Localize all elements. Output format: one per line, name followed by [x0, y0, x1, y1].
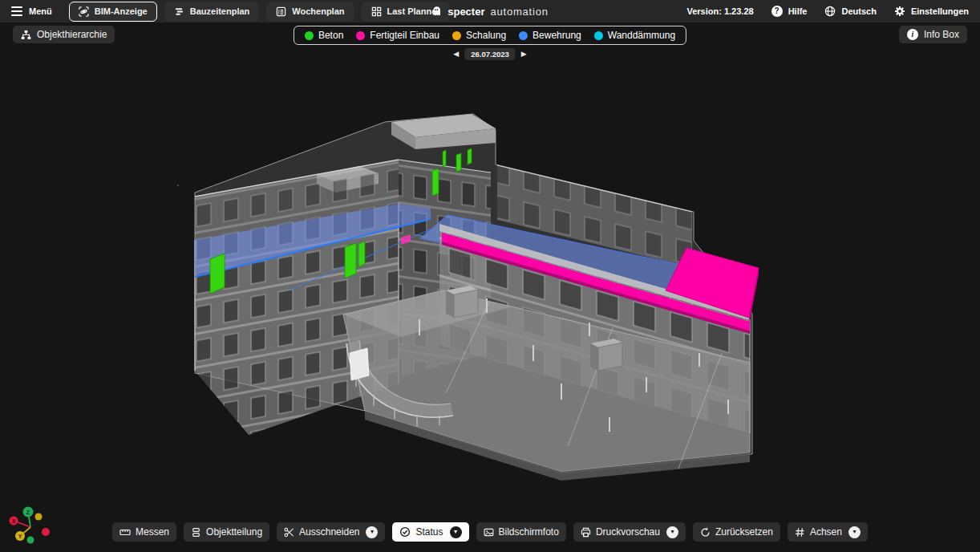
- axes-button[interactable]: Achsen ▾: [788, 522, 868, 542]
- tab-bim-anzeige[interactable]: BIM-Anzeige: [69, 2, 157, 22]
- legend-label: Beton: [318, 30, 343, 41]
- legend-dot-bewehrung: [519, 31, 528, 40]
- legend-label: Fertigteil Einbau: [370, 30, 439, 41]
- brand-name: specter: [447, 6, 484, 18]
- reset-icon: [700, 527, 711, 538]
- tab-label: Bauzeitenplan: [190, 6, 250, 16]
- reset-button[interactable]: Zurücksetzen: [693, 522, 780, 542]
- chevron-down-icon: ▾: [371, 529, 374, 535]
- ghost-icon: [431, 6, 442, 17]
- brand-suffix: automation: [490, 6, 548, 18]
- settings-label: Einstellungen: [911, 6, 969, 16]
- help-icon: ?: [771, 6, 783, 17]
- status-check-icon: [399, 526, 411, 538]
- gantt-icon: [174, 6, 184, 17]
- chevron-down-icon: ▾: [454, 529, 457, 535]
- legend-label: Bewehrung: [533, 30, 581, 41]
- date-prev-button[interactable]: ◀: [453, 51, 459, 58]
- current-date: 26.07.2023: [464, 48, 516, 60]
- object-hierarchy-button[interactable]: Objekthierarchie: [13, 26, 115, 43]
- object-split-icon: [191, 527, 201, 538]
- settings-button[interactable]: Einstellungen: [894, 6, 969, 17]
- tab-bauzeitenplan[interactable]: Bauzeitenplan: [164, 2, 260, 22]
- axes-dropdown-button[interactable]: ▾: [848, 526, 861, 538]
- status-legend: Beton Fertigteil Einbau Schalung Bewehru…: [294, 26, 686, 45]
- gizmo-z-label: Z: [26, 509, 30, 515]
- info-box-button[interactable]: i Info Box: [899, 26, 967, 43]
- bottom-toolbar: Messen Objektteilung Ausschneiden ▾ Stat…: [0, 522, 980, 542]
- object-split-label: Objektteilung: [206, 526, 262, 538]
- bim-building-model: [177, 114, 759, 481]
- cut-button[interactable]: Ausschneiden ▾: [277, 522, 385, 542]
- legend-label: Schalung: [466, 30, 506, 41]
- bim-model-viewport[interactable]: [0, 0, 980, 552]
- chevron-down-icon: ▾: [852, 529, 856, 535]
- language-label: Deutsch: [841, 6, 876, 16]
- hierarchy-icon: [21, 30, 31, 40]
- legend-dot-fertigteil: [356, 31, 365, 40]
- chevron-down-icon: ▾: [670, 529, 674, 535]
- top-navigation-bar: Menü BIM-Anzeige Bauzeitenplan Wochenpla…: [0, 0, 980, 22]
- axes-grid-icon: [795, 527, 805, 538]
- legend-label: Wanddämmung: [608, 30, 675, 41]
- date-next-button[interactable]: ▶: [521, 51, 527, 58]
- tab-label: BIM-Anzeige: [95, 6, 148, 16]
- cut-dropdown-button[interactable]: ▾: [366, 526, 378, 538]
- version-label: Version: 1.23.28: [686, 6, 753, 16]
- legend-item-wanddaemmung[interactable]: Wanddämmung: [594, 30, 675, 41]
- status-button[interactable]: Status ▾: [392, 522, 468, 542]
- menu-button[interactable]: Menü: [11, 6, 52, 16]
- status-dropdown-button[interactable]: ▾: [450, 526, 462, 538]
- globe-icon: [824, 6, 836, 17]
- language-button[interactable]: Deutsch: [824, 6, 876, 17]
- legend-item-beton[interactable]: Beton: [305, 30, 343, 41]
- legend-item-schalung[interactable]: Schalung: [452, 30, 506, 41]
- print-preview-button[interactable]: Druckvorschau ▾: [573, 522, 686, 542]
- legend-item-bewehrung[interactable]: Bewehrung: [519, 30, 581, 41]
- print-preview-dropdown-button[interactable]: ▾: [666, 526, 678, 538]
- tab-label: Wochenplan: [292, 6, 344, 16]
- status-label: Status: [415, 526, 443, 538]
- measure-button[interactable]: Messen: [112, 522, 176, 542]
- screenshot-label: Bildschirmfoto: [499, 526, 559, 538]
- object-split-button[interactable]: Objektteilung: [184, 522, 269, 542]
- ruler-icon: [119, 527, 131, 538]
- tab-wochenplan[interactable]: Wochenplan: [266, 2, 354, 22]
- printer-icon: [581, 527, 591, 538]
- object-hierarchy-label: Objekthierarchie: [37, 29, 107, 40]
- gizmo-z-axis[interactable]: Z: [23, 507, 34, 518]
- bim-view-icon: [79, 6, 89, 17]
- screenshot-button[interactable]: Bildschirmfoto: [476, 522, 566, 542]
- scissors-icon: [284, 527, 294, 538]
- print-preview-label: Druckvorschau: [596, 526, 660, 538]
- legend-dot-wanddaemmung: [594, 31, 603, 40]
- date-navigation: ◀ 26.07.2023 ▶: [453, 48, 526, 60]
- menu-label: Menü: [29, 6, 52, 16]
- grid-icon: [371, 6, 382, 17]
- weekplan-list-icon: [276, 6, 286, 17]
- legend-item-fertigteil-einbau[interactable]: Fertigteil Einbau: [356, 30, 439, 41]
- gizmo-axis-dot[interactable]: [35, 513, 43, 521]
- brand-logo: specter automation: [431, 0, 549, 22]
- info-icon: i: [907, 29, 918, 40]
- hamburger-icon: [11, 6, 22, 16]
- axes-label: Achsen: [810, 526, 842, 538]
- reset-label: Zurücksetzen: [715, 526, 773, 538]
- gear-icon: [894, 6, 905, 17]
- legend-dot-beton: [305, 31, 314, 40]
- cut-label: Ausschneiden: [299, 526, 359, 538]
- screenshot-icon: [484, 527, 494, 538]
- info-box-label: Info Box: [924, 29, 959, 40]
- help-label: Hilfe: [788, 6, 808, 16]
- measure-label: Messen: [136, 526, 169, 538]
- legend-dot-schalung: [452, 31, 461, 40]
- help-button[interactable]: ? Hilfe: [771, 6, 808, 17]
